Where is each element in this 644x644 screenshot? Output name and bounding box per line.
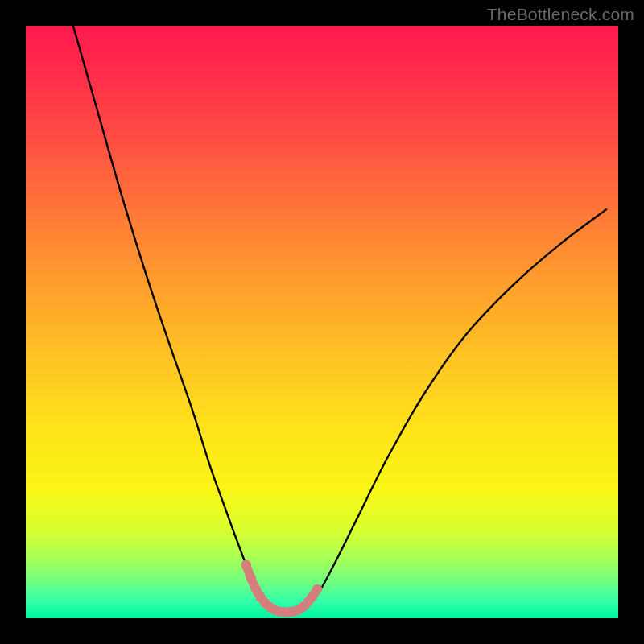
highlight-dot [312, 584, 322, 594]
bottleneck-curve [73, 26, 606, 613]
watermark-text: TheBottleneck.com [487, 5, 634, 24]
highlight-dot [246, 573, 255, 583]
highlight-dot [242, 560, 251, 570]
curve-svg [26, 26, 618, 618]
bottleneck-highlight-dots [242, 560, 323, 617]
chart-frame: TheBottleneck.com [0, 0, 644, 644]
plot-area [26, 26, 618, 618]
